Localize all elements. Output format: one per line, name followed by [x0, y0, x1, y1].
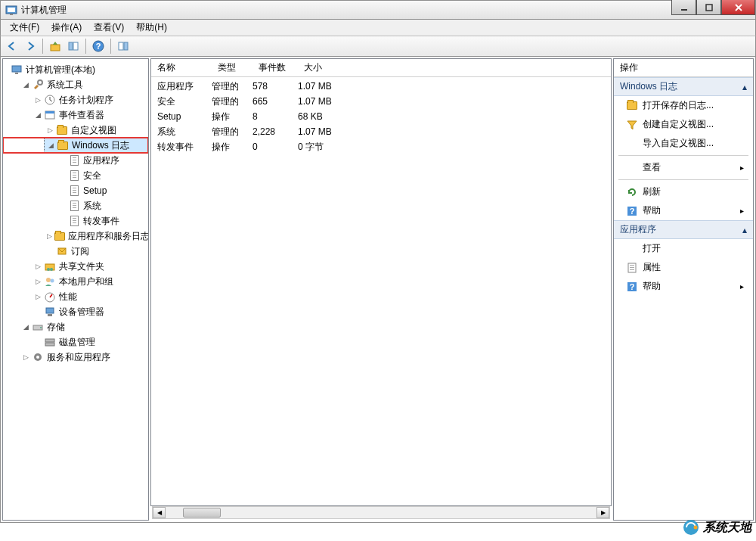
- svg-point-14: [38, 80, 42, 85]
- list-row[interactable]: 系统管理的2,2281.07 MB: [151, 124, 611, 139]
- show-hide-tree-button[interactable]: [65, 38, 82, 54]
- tree-log-application[interactable]: 应用程序: [56, 153, 148, 168]
- expand-icon[interactable]: ▷: [47, 233, 52, 240]
- list-row[interactable]: 应用程序管理的5781.07 MB: [151, 79, 611, 94]
- action-label: 刷新: [643, 185, 661, 198]
- svg-rect-37: [630, 267, 634, 268]
- action-import-custom-view[interactable]: 导入自定义视图...: [614, 134, 753, 153]
- tree-storage[interactable]: ◢存储: [20, 319, 148, 334]
- collapse-icon[interactable]: ◢: [23, 324, 29, 331]
- action-open-saved-log[interactable]: 打开保存的日志...: [614, 96, 753, 115]
- tree-event-viewer[interactable]: ◢事件查看器: [32, 107, 148, 123]
- actions-section-application[interactable]: 应用程序▴: [614, 220, 753, 239]
- menu-file[interactable]: 文件(F): [4, 20, 45, 36]
- log-icon: [68, 200, 80, 212]
- scroll-right-button[interactable]: ▶: [596, 507, 609, 518]
- show-hide-action-button[interactable]: [115, 38, 132, 54]
- spacer: [59, 218, 66, 225]
- scroll-thumb[interactable]: [183, 508, 221, 518]
- collapse-icon[interactable]: ◢: [23, 82, 29, 89]
- action-help[interactable]: ?帮助: [614, 201, 753, 220]
- expand-icon[interactable]: ▷: [35, 294, 42, 300]
- tree-disk-mgmt[interactable]: 磁盘管理: [32, 334, 148, 350]
- close-button[interactable]: [721, 0, 755, 15]
- toolbar-separator: [110, 39, 111, 54]
- menu-view[interactable]: 查看(V): [88, 20, 130, 36]
- tree-label: 性能: [59, 291, 77, 303]
- tree-custom-views[interactable]: ▷自定义视图: [44, 123, 148, 138]
- spacer: [59, 157, 66, 164]
- tree-log-security[interactable]: 安全: [56, 168, 148, 183]
- window-title: 计算机管理: [21, 4, 755, 17]
- maximize-button[interactable]: [696, 0, 721, 15]
- list-row[interactable]: 转发事件操作00 字节: [151, 139, 611, 154]
- tree-windows-logs[interactable]: ◢Windows 日志: [44, 138, 148, 153]
- forward-button[interactable]: [22, 38, 39, 54]
- column-count[interactable]: 事件数: [253, 58, 298, 77]
- expand-icon[interactable]: ▷: [35, 278, 42, 285]
- tree-label: 设备管理器: [59, 306, 104, 319]
- svg-point-28: [40, 327, 42, 328]
- action-create-custom-view[interactable]: 创建自定义视图...: [614, 115, 753, 134]
- tree-device-manager[interactable]: 设备管理器: [32, 304, 148, 319]
- cell-type: 管理的: [212, 95, 253, 108]
- svg-point-21: [50, 268, 53, 271]
- svg-rect-3: [681, 9, 687, 11]
- action-open[interactable]: 打开: [614, 239, 753, 258]
- expand-icon[interactable]: ▷: [47, 127, 54, 134]
- menu-action[interactable]: 操作(A): [45, 20, 88, 36]
- menu-help[interactable]: 帮助(H): [130, 20, 173, 36]
- cell-type: 操作: [212, 141, 253, 154]
- menu-bar: 文件(F) 操作(A) 查看(V) 帮助(H): [0, 20, 756, 36]
- tree-shared-folders[interactable]: ▷共享文件夹: [32, 259, 148, 274]
- horizontal-scrollbar[interactable]: ◀ ▶: [152, 506, 610, 519]
- cell-count: 665: [253, 96, 298, 107]
- list-body: 应用程序管理的5781.07 MB安全管理的6651.07 MBSetup操作8…: [151, 77, 611, 156]
- action-view[interactable]: 查看: [614, 158, 753, 177]
- tree-label: 共享文件夹: [59, 260, 104, 273]
- tree-log-system[interactable]: 系统: [56, 198, 148, 213]
- users-icon: [44, 275, 56, 288]
- expand-icon[interactable]: ▷: [23, 354, 29, 361]
- expand-icon[interactable]: ▷: [35, 97, 42, 104]
- tree-system-tools[interactable]: ◢系统工具: [20, 77, 148, 92]
- scroll-left-button[interactable]: ◀: [153, 507, 166, 518]
- column-size[interactable]: 大小: [298, 58, 366, 77]
- back-button[interactable]: [4, 38, 20, 54]
- window-controls: [671, 0, 755, 15]
- expand-icon[interactable]: ▷: [35, 263, 42, 270]
- tree-local-users[interactable]: ▷本地用户和组: [32, 274, 148, 289]
- collapse-icon[interactable]: ◢: [35, 112, 42, 119]
- svg-rect-25: [46, 308, 54, 313]
- tree-performance[interactable]: ▷性能: [32, 289, 148, 304]
- tree-pane: 计算机管理(本地) ◢系统工具 ▷任务计划程序 ◢事件查看器 ▷自定义视图 ◢W…: [2, 58, 149, 521]
- help-button[interactable]: ?: [90, 38, 107, 54]
- svg-text:?: ?: [630, 282, 635, 291]
- action-properties[interactable]: 属性: [614, 258, 753, 277]
- tree-log-setup[interactable]: Setup: [56, 183, 148, 198]
- minimize-button[interactable]: [671, 0, 696, 15]
- up-level-button[interactable]: [47, 38, 64, 54]
- column-name[interactable]: 名称: [151, 58, 212, 77]
- tree-label: 系统工具: [47, 79, 83, 92]
- storage-icon: [32, 321, 44, 333]
- tree-app-service-logs[interactable]: ▷应用程序和服务日志: [44, 229, 148, 244]
- actions-section-windows-logs[interactable]: Windows 日志▴: [614, 77, 753, 96]
- cell-type: 操作: [212, 110, 253, 123]
- svg-rect-17: [45, 111, 54, 113]
- collapse-icon[interactable]: ▴: [742, 225, 747, 235]
- list-row[interactable]: Setup操作868 KB: [151, 109, 611, 124]
- watermark-icon: [682, 518, 700, 536]
- column-type[interactable]: 类型: [212, 58, 253, 77]
- action-refresh[interactable]: 刷新: [614, 182, 753, 201]
- tree-root[interactable]: 计算机管理(本地): [8, 62, 148, 77]
- collapse-icon[interactable]: ▴: [742, 82, 747, 92]
- log-icon: [68, 154, 80, 166]
- tree-services-apps[interactable]: ▷服务和应用程序: [20, 350, 148, 365]
- tree-task-scheduler[interactable]: ▷任务计划程序: [32, 92, 148, 107]
- list-row[interactable]: 安全管理的6651.07 MB: [151, 94, 611, 109]
- collapse-icon[interactable]: ◢: [48, 142, 54, 149]
- tree-log-forwarded[interactable]: 转发事件: [56, 213, 148, 229]
- action-help-2[interactable]: ?帮助: [614, 277, 753, 296]
- tree-subscriptions[interactable]: 订阅: [44, 244, 148, 259]
